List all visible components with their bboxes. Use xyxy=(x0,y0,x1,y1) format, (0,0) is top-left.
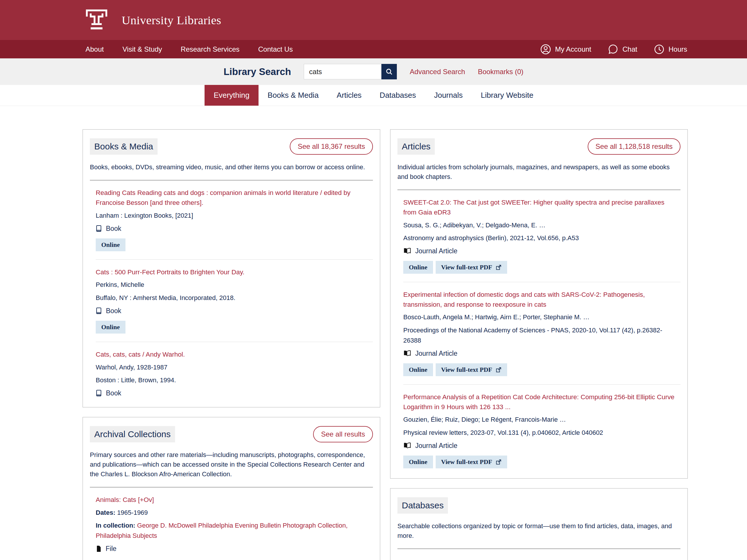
view-pdf-button[interactable]: View full-text PDF xyxy=(436,363,507,376)
book-icon xyxy=(96,225,102,232)
temple-t-logo xyxy=(84,5,109,35)
article-source: Astronomy and astrophysics (Berlin), 202… xyxy=(403,233,677,243)
chat-icon xyxy=(608,44,619,55)
chat-button[interactable]: Chat xyxy=(608,44,637,55)
search-group xyxy=(304,64,397,79)
databases-card-head: Databases xyxy=(397,497,680,514)
book-title-link[interactable]: Cats, cats, cats / Andy Warhol. xyxy=(96,350,370,359)
results-content: Books & Media See all 18,367 results Boo… xyxy=(0,106,747,560)
article-result: SWEET-Cat 2.0: The Cat just got SWEETer:… xyxy=(403,190,680,282)
view-pdf-button[interactable]: View full-text PDF xyxy=(436,261,507,274)
journal-article-icon xyxy=(403,350,411,357)
right-column: Articles See all 1,128,518 results Indiv… xyxy=(390,129,688,560)
tab-journals[interactable]: Journals xyxy=(425,85,471,106)
external-link-icon xyxy=(496,459,501,465)
book-author: Warhol, Andy, 1928-1987 xyxy=(96,362,370,372)
site-title: University Libraries xyxy=(122,13,221,27)
hours-label: Hours xyxy=(669,45,687,53)
books-media-card: Books & Media See all 18,367 results Boo… xyxy=(83,129,380,407)
availability-badges: Online View full-text PDF xyxy=(403,261,680,274)
nav-item-visit-study[interactable]: Visit & Study xyxy=(123,45,162,53)
archival-collections-card: Archival Collections See all results Pri… xyxy=(83,417,380,560)
availability-badges: Online xyxy=(96,321,373,334)
tab-library-website[interactable]: Library Website xyxy=(472,85,542,106)
books-media-card-head: Books & Media See all 18,367 results xyxy=(90,138,373,155)
archival-see-all-button[interactable]: See all results xyxy=(313,426,373,442)
dates-label: Dates: xyxy=(96,509,115,516)
chat-label: Chat xyxy=(622,45,637,53)
book-publisher: Boston : Little, Brown, 1994. xyxy=(96,375,370,385)
article-source: Physical review letters, 2023-07, Vol.13… xyxy=(403,428,677,438)
article-authors: Bosco-Lauth, Angela M.; Hartwig, Airn E.… xyxy=(403,312,677,322)
search-input[interactable] xyxy=(304,64,381,79)
nav-item-contact-us[interactable]: Contact Us xyxy=(258,45,293,53)
resource-type-label: File xyxy=(106,545,117,553)
books-media-description: Books, ebooks, DVDs, streaming video, mu… xyxy=(90,162,373,172)
scope-tabs: Everything Books & Media Articles Databa… xyxy=(0,85,747,106)
article-result: Experimental infection of domestic dogs … xyxy=(403,282,680,385)
book-author: Perkins, Michelle xyxy=(96,280,370,290)
search-band: Library Search Advanced Search Bookmarks… xyxy=(0,58,747,85)
online-badge: Online xyxy=(96,321,126,334)
book-icon xyxy=(96,307,102,314)
resource-type-label: Book xyxy=(106,389,121,397)
archival-title-link[interactable]: Animals: Cats [+Ov] xyxy=(96,495,370,505)
library-search-page: University Libraries About Visit & Study… xyxy=(0,0,747,560)
article-result: Performance Analysis of a Repetition Cat… xyxy=(403,385,680,469)
in-collection-label: In collection: xyxy=(96,522,135,529)
databases-title: Databases xyxy=(397,497,448,514)
my-account-label: My Account xyxy=(555,45,591,53)
nav-item-about[interactable]: About xyxy=(85,45,104,53)
my-account-button[interactable]: My Account xyxy=(540,44,591,55)
search-icon xyxy=(386,68,393,75)
books-media-title: Books & Media xyxy=(90,138,158,155)
view-pdf-label: View full-text PDF xyxy=(441,458,492,466)
article-authors: Sousa, S. G.; Adibekyan, V.; Delgado-Men… xyxy=(403,220,677,230)
journal-article-icon xyxy=(403,442,411,449)
articles-see-all-button[interactable]: See all 1,128,518 results xyxy=(588,138,680,155)
main-nav: About Visit & Study Research Services Co… xyxy=(0,40,747,58)
left-column: Books & Media See all 18,367 results Boo… xyxy=(83,129,380,560)
nav-item-research-services[interactable]: Research Services xyxy=(181,45,239,53)
online-badge: Online xyxy=(403,363,433,376)
search-button[interactable] xyxy=(381,64,397,79)
books-media-see-all-button[interactable]: See all 18,367 results xyxy=(290,138,373,155)
book-title-link[interactable]: Reading Cats Reading cats and dogs : com… xyxy=(96,188,370,208)
resource-type-label: Book xyxy=(106,225,121,233)
view-pdf-button[interactable]: View full-text PDF xyxy=(436,456,507,468)
tab-articles[interactable]: Articles xyxy=(328,85,370,106)
resource-type-row: Book xyxy=(96,307,373,315)
article-title-link[interactable]: Performance Analysis of a Repetition Cat… xyxy=(403,392,677,412)
bookmarks-link[interactable]: Bookmarks (0) xyxy=(478,68,523,76)
article-title-link[interactable]: SWEET-Cat 2.0: The Cat just got SWEETer:… xyxy=(403,198,677,218)
online-badge: Online xyxy=(96,238,126,251)
nav-links: About Visit & Study Research Services Co… xyxy=(85,45,293,53)
external-link-icon xyxy=(496,367,501,373)
tab-books-media[interactable]: Books & Media xyxy=(259,85,328,106)
book-publisher: Lanham : Lexington Books, [2021] xyxy=(96,210,370,221)
resource-type-label: Journal Article xyxy=(415,350,457,357)
availability-badges: Online View full-text PDF xyxy=(403,456,680,468)
resource-type-label: Book xyxy=(106,307,121,315)
hours-button[interactable]: Hours xyxy=(654,44,687,55)
databases-card: Databases Searchable collections organiz… xyxy=(390,488,688,560)
advanced-search-link[interactable]: Advanced Search xyxy=(410,68,465,76)
book-icon xyxy=(96,389,102,397)
article-title-link[interactable]: Experimental infection of domestic dogs … xyxy=(403,290,677,310)
book-publisher: Buffalo, NY : Amherst Media, Incorporate… xyxy=(96,293,370,303)
book-result: Reading Cats Reading cats and dogs : com… xyxy=(96,180,373,260)
header-brand-band: University Libraries xyxy=(0,0,747,40)
utility-nav: My Account Chat Hours xyxy=(540,44,687,55)
articles-card: Articles See all 1,128,518 results Indiv… xyxy=(390,129,688,479)
view-pdf-label: View full-text PDF xyxy=(441,263,492,271)
tab-everything[interactable]: Everything xyxy=(205,85,259,106)
archival-dates: Dates: 1965-1969 xyxy=(96,507,370,518)
resource-type-row: File xyxy=(96,545,373,553)
book-result: Cats, cats, cats / Andy Warhol. Warhol, … xyxy=(96,342,373,398)
databases-description: Searchable collections organized by topi… xyxy=(397,521,680,540)
search-title: Library Search xyxy=(224,66,291,77)
tab-databases[interactable]: Databases xyxy=(370,85,425,106)
no-results-message: No database results found. xyxy=(404,559,680,560)
book-title-link[interactable]: Cats : 500 Purr-Fect Portraits to Bright… xyxy=(96,267,370,277)
journal-article-icon xyxy=(403,248,411,254)
